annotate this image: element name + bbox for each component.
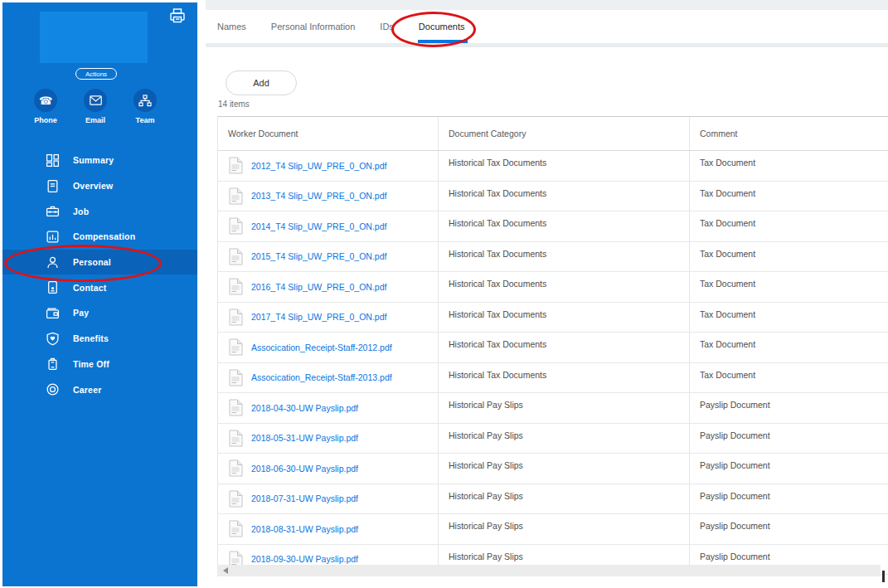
document-category-cell: Historical Pay Slips	[438, 424, 689, 454]
sidebar-item-label: Contact	[73, 283, 106, 293]
sidebar-item-career[interactable]: Career	[2, 377, 197, 402]
actions-button[interactable]: Actions	[75, 68, 117, 80]
document-category-cell: Historical Tax Documents	[438, 272, 689, 302]
tab-personal-information[interactable]: Personal Information	[271, 10, 356, 43]
contact-card-icon	[45, 280, 60, 295]
worker-document-cell: 2018-08-31-UW Payslip.pdf	[218, 514, 438, 544]
timeoff-suitcase-icon	[45, 357, 60, 372]
column-header-document-category[interactable]: Document Category	[438, 117, 689, 150]
sidebar-item-compensation[interactable]: Compensation	[2, 224, 197, 250]
benefits-shield-icon	[45, 331, 60, 346]
document-category-cell: Historical Tax Documents	[438, 303, 689, 333]
horizontal-scrollbar[interactable]	[217, 565, 881, 576]
worker-document-link[interactable]: 2012_T4 Slip_UW_PRE_0_ON.pdf	[251, 161, 386, 171]
sidebar-item-benefits[interactable]: Benefits	[2, 326, 197, 352]
worker-document-cell: 2015_T4 Slip_UW_PRE_0_ON.pdf	[218, 242, 438, 272]
worker-document-cell: 2012_T4 Slip_UW_PRE_0_ON.pdf	[218, 151, 438, 181]
worker-document-link[interactable]: Assocication_Receipt-Staff-2012.pdf	[251, 343, 392, 352]
compensation-chart-icon	[45, 229, 60, 244]
pdf-file-icon	[229, 217, 243, 235]
pdf-file-icon	[229, 278, 243, 295]
personal-person-icon	[45, 255, 60, 270]
add-button[interactable]: Add	[226, 70, 297, 95]
worker-document-cell: 2018-07-31-UW Payslip.pdf	[218, 484, 438, 514]
pdf-file-icon	[229, 309, 243, 326]
column-header-comment[interactable]: Comment	[689, 117, 888, 150]
document-category-cell: Historical Tax Documents	[438, 151, 689, 181]
comment-cell: Payslip Document	[689, 424, 888, 454]
tab-documents[interactable]: Documents	[419, 10, 465, 43]
comment-cell: Tax Document	[689, 303, 888, 333]
table-row: 2017_T4 Slip_UW_PRE_0_ON.pdf Historical …	[218, 303, 888, 333]
document-category-cell: Historical Tax Documents	[438, 363, 689, 393]
scroll-left-arrow-icon[interactable]	[223, 567, 228, 574]
worker-document-link[interactable]: 2013_T4 Slip_UW_PRE_0_ON.pdf	[251, 191, 386, 201]
worker-document-link[interactable]: Assocication_Receipt-Staff-2013.pdf	[251, 372, 392, 382]
worker-document-link[interactable]: 2017_T4 Slip_UW_PRE_0_ON.pdf	[251, 312, 386, 322]
sidebar-item-label: Summary	[73, 155, 114, 165]
comment-cell: Tax Document	[689, 242, 888, 272]
sidebar-item-time-off[interactable]: Time Off	[2, 352, 197, 377]
table-row: 2012_T4 Slip_UW_PRE_0_ON.pdf Historical …	[218, 151, 888, 182]
document-category-cell: Historical Pay Slips	[438, 454, 689, 484]
table-row: Assocication_Receipt-Staff-2012.pdf Hist…	[218, 333, 888, 363]
page-background-strip	[206, 0, 888, 10]
comment-cell: Payslip Document	[689, 514, 888, 544]
worker-document-link[interactable]: 2018-04-30-UW Payslip.pdf	[251, 403, 358, 413]
worker-document-cell: 2018-04-30-UW Payslip.pdf	[218, 393, 438, 423]
worker-document-cell: Assocication_Receipt-Staff-2012.pdf	[218, 333, 438, 362]
quick-action-email[interactable]: Email	[77, 89, 114, 124]
comment-cell: Tax Document	[689, 151, 888, 181]
comment-cell: Payslip Document	[689, 484, 888, 514]
table-row: 2014_T4 Slip_UW_PRE_0_ON.pdf Historical …	[218, 211, 888, 242]
column-header-worker-document[interactable]: Worker Document	[218, 117, 438, 150]
document-category-cell: Historical Pay Slips	[438, 393, 689, 423]
worker-document-link[interactable]: 2018-07-31-UW Payslip.pdf	[251, 493, 358, 503]
sidebar-item-label: Pay	[73, 308, 89, 318]
comment-cell: Tax Document	[689, 333, 888, 362]
quick-action-team[interactable]: Team	[127, 89, 163, 124]
sidebar-item-overview[interactable]: Overview	[2, 173, 197, 199]
table-row: 2018-04-30-UW Payslip.pdf Historical Pay…	[218, 393, 888, 424]
document-category-cell: Historical Pay Slips	[438, 514, 689, 544]
comment-cell: Tax Document	[689, 182, 888, 211]
comment-cell: Tax Document	[689, 211, 888, 241]
worker-document-link[interactable]: 2018-06-30-UW Payslip.pdf	[251, 464, 358, 474]
worker-document-link[interactable]: 2018-05-31-UW Payslip.pdf	[251, 433, 358, 443]
table-row: 2015_T4 Slip_UW_PRE_0_ON.pdf Historical …	[218, 242, 888, 273]
quick-action-phone[interactable]: ☎ Phone	[27, 89, 64, 124]
sidebar-item-label: Career	[73, 385, 101, 395]
worker-document-cell: 2013_T4 Slip_UW_PRE_0_ON.pdf	[218, 182, 438, 211]
printer-icon[interactable]	[168, 7, 187, 24]
worker-document-link[interactable]: 2014_T4 Slip_UW_PRE_0_ON.pdf	[251, 221, 386, 231]
sidebar-item-pay[interactable]: Pay	[2, 300, 197, 326]
scrollbar-end-mark	[882, 571, 885, 582]
document-category-cell: Historical Tax Documents	[438, 182, 689, 211]
phone-icon: ☎	[39, 95, 52, 106]
worker-document-link[interactable]: 2015_T4 Slip_UW_PRE_0_ON.pdf	[251, 251, 386, 261]
worker-document-link[interactable]: 2016_T4 Slip_UW_PRE_0_ON.pdf	[251, 282, 386, 292]
sidebar-item-label: Time Off	[73, 359, 109, 369]
sidebar-menu: Summary Overview Job	[2, 148, 197, 402]
pdf-file-icon	[229, 430, 243, 447]
sidebar-item-summary[interactable]: Summary	[2, 148, 197, 173]
worker-document-link[interactable]: 2018-08-31-UW Payslip.pdf	[251, 524, 358, 534]
sidebar-item-label: Compensation	[73, 231, 135, 241]
worker-document-cell: 2016_T4 Slip_UW_PRE_0_ON.pdf	[218, 272, 438, 302]
sidebar-item-label: Personal	[73, 257, 111, 267]
table-row: Assocication_Receipt-Staff-2013.pdf Hist…	[218, 363, 888, 394]
tab-names[interactable]: Names	[217, 10, 246, 43]
sidebar-item-job[interactable]: Job	[2, 198, 197, 224]
worker-document-cell: 2018-05-31-UW Payslip.pdf	[218, 424, 438, 454]
sidebar-item-personal[interactable]: Personal	[2, 250, 197, 275]
documents-table: Worker Document Document Category Commen…	[217, 116, 888, 575]
pdf-file-icon	[229, 520, 243, 537]
sidebar-item-contact[interactable]: Contact	[2, 275, 197, 300]
pdf-file-icon	[229, 399, 243, 416]
items-count: 14 items	[218, 100, 250, 109]
comment-cell: Payslip Document	[689, 393, 888, 423]
document-category-cell: Historical Tax Documents	[438, 333, 689, 362]
tab-ids[interactable]: IDs	[380, 10, 394, 43]
quick-action-label: Phone	[27, 116, 64, 124]
worker-document-link[interactable]: 2018-09-30-UW Payslip.pdf	[251, 554, 358, 564]
